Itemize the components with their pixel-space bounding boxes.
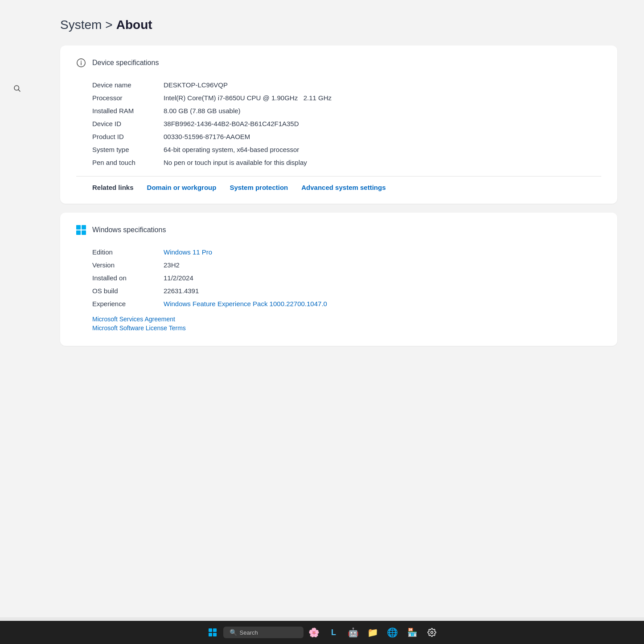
taskbar-settings-button[interactable] [423, 623, 441, 641]
taskbar-widgets-button[interactable]: 🌸 [305, 623, 323, 641]
label-product-id: Product ID [92, 133, 164, 140]
value-ram: 8.00 GB (7.88 GB usable) [164, 107, 601, 115]
label-version: Version [92, 261, 164, 269]
label-ram: Installed RAM [92, 107, 164, 115]
value-experience: Windows Feature Experience Pack 1000.227… [164, 300, 601, 308]
label-edition: Edition [92, 248, 164, 256]
device-specs-title: Device specifications [92, 59, 159, 67]
label-system-type: System type [92, 146, 164, 153]
spec-row-installed-on: Installed on 11/2/2024 [92, 271, 601, 284]
taskbar-search-icon: 🔍 [230, 629, 237, 636]
value-processor: Intel(R) Core(TM) i7-8650U CPU @ 1.90GHz… [164, 94, 601, 102]
svg-line-1 [18, 90, 20, 91]
device-specs-header: Device specifications [76, 58, 601, 68]
link-system-protection[interactable]: System protection [230, 184, 288, 191]
spec-row-experience: Experience Windows Feature Experience Pa… [92, 297, 601, 310]
spec-row-system-type: System type 64-bit operating system, x64… [92, 143, 601, 156]
taskbar: 🔍 Search 🌸 L 🤖 📁 🌐 🏪 [0, 621, 644, 644]
label-device-id: Device ID [92, 120, 164, 127]
taskbar-search-label: Search [240, 629, 258, 636]
taskbar-win-logo [209, 628, 217, 636]
link-advanced-system-settings[interactable]: Advanced system settings [301, 184, 386, 191]
value-pen-touch: No pen or touch input is available for t… [164, 159, 601, 166]
spec-row-processor: Processor Intel(R) Core(TM) i7-8650U CPU… [92, 91, 601, 104]
value-product-id: 00330-51596-87176-AAOEM [164, 133, 601, 140]
label-experience: Experience [92, 300, 164, 308]
link-ms-license-terms[interactable]: Microsoft Software License Terms [92, 324, 601, 332]
spec-row-ram: Installed RAM 8.00 GB (7.88 GB usable) [92, 104, 601, 117]
content-area: System > About Device specifications [33, 0, 644, 373]
main-content: System > About Device specifications [0, 0, 644, 617]
taskbar-copilot-button[interactable]: 🤖 [345, 623, 362, 641]
value-device-id: 38FB9962-1436-44B2-B0A2-B61C42F1A35D [164, 120, 601, 127]
spec-row-pen-touch: Pen and touch No pen or touch input is a… [92, 156, 601, 169]
breadcrumb-about: About [116, 18, 152, 32]
spec-row-device-id: Device ID 38FB9962-1436-44B2-B0A2-B61C42… [92, 117, 601, 130]
device-spec-table: Device name DESKTOP-LC96VQP Processor In… [76, 78, 601, 169]
taskbar-center: 🔍 Search 🌸 L 🤖 📁 🌐 🏪 [204, 623, 441, 641]
taskbar-search[interactable]: 🔍 Search [223, 627, 304, 638]
svg-point-0 [14, 86, 19, 90]
divider [76, 176, 601, 176]
value-installed-on: 11/2/2024 [164, 274, 601, 282]
label-installed-on: Installed on [92, 274, 164, 282]
label-processor: Processor [92, 94, 164, 102]
value-os-build: 22631.4391 [164, 287, 601, 295]
taskbar-start-button[interactable] [204, 623, 222, 641]
breadcrumb-system[interactable]: System [60, 18, 102, 32]
windows-specs-card: Windows specifications Edition Windows 1… [60, 213, 617, 346]
spec-row-device-name: Device name DESKTOP-LC96VQP [92, 78, 601, 91]
sidebar-search-icon[interactable] [9, 80, 25, 96]
breadcrumb-separator: > [105, 18, 112, 32]
windows-specs-title: Windows specifications [92, 226, 166, 234]
label-device-name: Device name [92, 81, 164, 89]
value-device-name: DESKTOP-LC96VQP [164, 81, 601, 89]
related-links-label: Related links [92, 184, 134, 191]
taskbar-edge-button[interactable]: 🌐 [384, 623, 402, 641]
sidebar [0, 0, 33, 591]
taskbar-store-button[interactable]: 🏪 [403, 623, 421, 641]
info-icon [76, 58, 86, 68]
svg-point-5 [431, 632, 433, 634]
windows-logo-icon [76, 225, 86, 235]
spec-row-product-id: Product ID 00330-51596-87176-AAOEM [92, 130, 601, 143]
spec-row-os-build: OS build 22631.4391 [92, 284, 601, 297]
ms-links-section: Microsoft Services Agreement Microsoft S… [76, 316, 601, 332]
label-os-build: OS build [92, 287, 164, 295]
link-domain-workgroup[interactable]: Domain or workgroup [147, 184, 217, 191]
windows-spec-table: Edition Windows 11 Pro Version 23H2 Inst… [76, 246, 601, 310]
value-version: 23H2 [164, 261, 601, 269]
device-specs-card: Device specifications Device name DESKTO… [60, 45, 617, 204]
spec-row-version: Version 23H2 [92, 258, 601, 271]
value-edition: Windows 11 Pro [164, 248, 601, 256]
taskbar-explorer-button[interactable]: 📁 [364, 623, 382, 641]
value-system-type: 64-bit operating system, x64-based proce… [164, 146, 601, 153]
related-links: Related links Domain or workgroup System… [76, 184, 601, 191]
label-pen-touch: Pen and touch [92, 159, 164, 166]
link-ms-services-agreement[interactable]: Microsoft Services Agreement [92, 316, 601, 323]
taskbar-l-button[interactable]: L [325, 623, 343, 641]
spec-row-edition: Edition Windows 11 Pro [92, 246, 601, 258]
breadcrumb: System > About [60, 18, 617, 32]
windows-specs-header: Windows specifications [76, 225, 601, 235]
